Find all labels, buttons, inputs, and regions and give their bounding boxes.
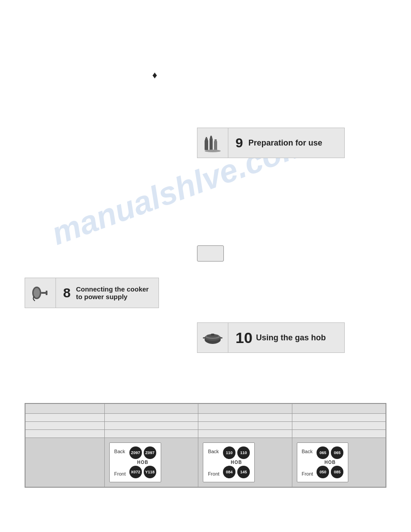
hob-center-3: 065 065 HOB 050 085: [317, 446, 343, 478]
svg-rect-0: [205, 140, 208, 150]
table-cell: [292, 404, 385, 414]
table-cell: [198, 422, 292, 430]
back-label-1: Back: [114, 449, 126, 454]
small-rectangle: [197, 245, 224, 262]
bullet-symbol: ♦: [152, 69, 157, 81]
table-cell: [105, 430, 198, 438]
connect-icon: [25, 278, 56, 308]
prep-svg-icon: [203, 133, 223, 153]
gas-number: 10: [235, 329, 253, 347]
connect-line2: to power supply: [76, 293, 149, 300]
hob-center-1: Z097 Z097 HOB X072 Y118: [129, 446, 156, 478]
hob-diagram-1: Back Front Z097 Z097 HOB X072 Y118: [109, 442, 161, 482]
hob-circle-back-left-1: Z097: [129, 446, 142, 459]
svg-rect-18: [203, 337, 206, 339]
svg-rect-12: [46, 291, 47, 295]
table-row-3: [26, 422, 386, 430]
table-cell: [26, 430, 105, 438]
table-cell: [26, 404, 105, 414]
prep-text-box: 9 Preparation for use: [228, 128, 345, 158]
table-row-2: [26, 414, 386, 422]
hob-front-row-3: 050 085: [317, 466, 343, 478]
connect-title-block: Connecting the cooker to power supply: [76, 285, 149, 300]
gas-text-box: 10 Using the gas hob: [228, 322, 345, 353]
table-row-header: [26, 404, 386, 414]
svg-rect-5: [210, 136, 212, 137]
table-cell: [198, 414, 292, 422]
table-cell: [105, 414, 198, 422]
table-cell-diagram-2: Back Front 110 110 HOB 084 145: [198, 438, 292, 487]
svg-rect-6: [214, 141, 217, 150]
table-cell: [292, 422, 385, 430]
table-cell: [198, 430, 292, 438]
hob-circle-front-left-2: 084: [223, 466, 235, 478]
hob-back-row-2: 110 110: [223, 446, 250, 459]
table-row-4: [26, 430, 386, 438]
hob-circle-back-left-2: 110: [223, 446, 235, 459]
hob-circle-back-right-2: 110: [237, 446, 250, 459]
svg-point-8: [205, 150, 221, 152]
hob-diagram-2: Back Front 110 110 HOB 084 145: [203, 442, 255, 482]
hob-back-row-3: 065 065: [317, 446, 343, 459]
hob-circle-front-right-2: 145: [237, 466, 250, 478]
hob-diagram-3: Back Front 065 065 HOB 050 085: [297, 442, 349, 482]
table-section: Back Front Z097 Z097 HOB X072 Y118: [25, 403, 386, 488]
svg-point-10: [34, 288, 40, 298]
hob-circle-back-right-1: Z097: [144, 446, 156, 459]
hob-circle-front-right-1: Y118: [144, 466, 156, 478]
back-label-2: Back: [208, 449, 219, 454]
prep-section: 9 Preparation for use: [197, 128, 345, 158]
connect-section: 8 Connecting the cooker to power supply: [25, 278, 159, 308]
table-cell: [105, 404, 198, 414]
table-cell: [198, 404, 292, 414]
page: manualshlve.com ♦ 9 Pr: [0, 0, 411, 532]
connect-svg-icon: [30, 283, 50, 303]
hob-labels-3: Back Front: [302, 447, 313, 478]
prep-icon: [197, 128, 228, 158]
prep-number: 9: [235, 135, 243, 150]
hob-word-1: HOB: [137, 460, 148, 465]
table-cell-diagram-1: Back Front Z097 Z097 HOB X072 Y118: [105, 438, 198, 487]
gas-title: Using the gas hob: [256, 333, 326, 343]
connect-line1: Connecting the cooker: [76, 285, 149, 293]
gas-section: 10 Using the gas hob: [197, 322, 345, 353]
table-cell: [26, 422, 105, 430]
table-cell: [105, 422, 198, 430]
svg-rect-7: [214, 139, 217, 142]
connect-text-box: 8 Connecting the cooker to power supply: [56, 278, 159, 308]
table-cell: [26, 414, 105, 422]
gas-icon: [197, 322, 228, 353]
hob-back-row-1: Z097 Z097: [129, 446, 156, 459]
data-table: Back Front Z097 Z097 HOB X072 Y118: [25, 403, 386, 487]
back-label-3: Back: [302, 449, 313, 454]
svg-rect-19: [220, 337, 223, 339]
hob-circle-front-left-3: 050: [317, 466, 329, 478]
table-cell: [292, 430, 385, 438]
hob-circle-front-right-3: 085: [331, 466, 343, 478]
connect-number: 8: [63, 285, 71, 300]
table-cell-diagram-3: Back Front 065 065 HOB 050 085: [292, 438, 385, 487]
gas-svg-icon: [202, 328, 223, 348]
prep-title: Preparation for use: [248, 138, 322, 148]
hob-word-3: HOB: [325, 460, 336, 465]
svg-rect-3: [210, 138, 213, 150]
table-cell-empty: [26, 438, 105, 487]
hob-labels-2: Back Front: [208, 447, 219, 478]
hob-center-2: 110 110 HOB 084 145: [223, 446, 250, 478]
front-label-3: Front: [302, 471, 313, 476]
hob-front-row-1: X072 Y118: [129, 466, 156, 478]
table-cell: [292, 414, 385, 422]
hob-word-2: HOB: [231, 460, 242, 465]
front-label-1: Front: [114, 471, 126, 476]
hob-labels-1: Back Front: [114, 447, 126, 478]
hob-front-row-2: 084 145: [223, 466, 250, 478]
table-row-diagrams: Back Front Z097 Z097 HOB X072 Y118: [26, 438, 386, 487]
hob-circle-front-left-1: X072: [129, 466, 142, 478]
hob-circle-back-right-3: 065: [331, 446, 343, 459]
front-label-2: Front: [208, 471, 219, 476]
svg-rect-17: [211, 334, 214, 336]
svg-rect-2: [206, 137, 207, 139]
hob-circle-back-left-3: 065: [317, 446, 329, 459]
